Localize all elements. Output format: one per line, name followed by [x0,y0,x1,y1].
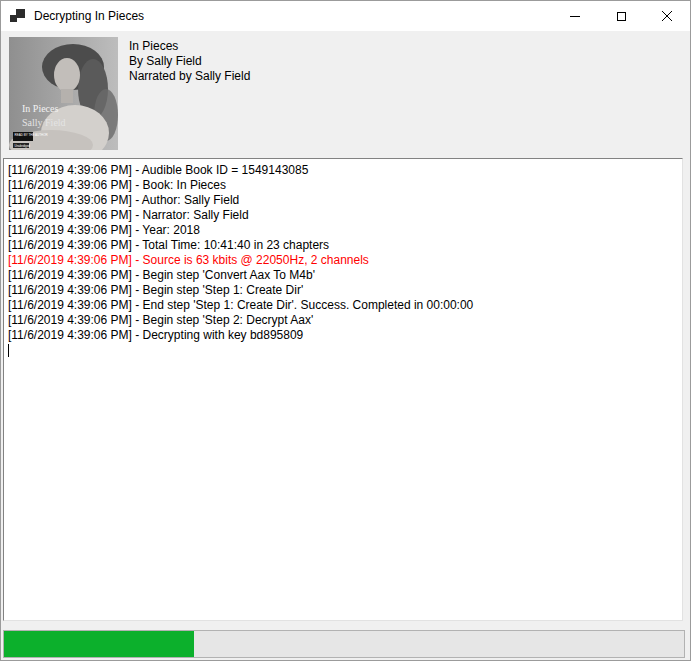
book-info-label: In PiecesBy Sally FieldNarrated by Sally… [129,39,250,84]
text-caret [8,344,9,357]
log-entry: [11/6/2019 4:39:06 PM] - Source is 63 kb… [8,253,679,268]
book-cover-image: In Pieces Sally Field READ BY THE AUTHOR… [9,37,118,150]
log-entry: [11/6/2019 4:39:06 PM] - End step 'Step … [8,298,679,313]
cover-title-text: In Pieces [22,103,58,114]
log-area[interactable]: [11/6/2019 4:39:06 PM] - Audible Book ID… [3,158,683,621]
app-icon-square-small [10,15,17,22]
book-info-line: By Sally Field [129,54,250,69]
log-entry: [11/6/2019 4:39:06 PM] - Total Time: 10:… [8,238,679,253]
log-caret-line [8,343,679,358]
log-entry: [11/6/2019 4:39:06 PM] - Book: In Pieces [8,178,679,193]
log-entry: [11/6/2019 4:39:06 PM] - Begin step 'Con… [8,268,679,283]
cover-badge-text: READ BY THE AUTHOR [15,133,49,137]
app-icon-square-large [16,9,25,18]
book-info-line: In Pieces [129,39,250,54]
window-title: Decrypting In Pieces [34,9,144,23]
cover-author-text: Sally Field [22,117,66,128]
maximize-button[interactable] [598,1,644,31]
minimize-icon [570,16,580,17]
book-info-line: Narrated by Sally Field [129,69,250,84]
title-bar[interactable]: Decrypting In Pieces [1,1,690,31]
app-icon [10,9,25,23]
log-entry: [11/6/2019 4:39:06 PM] - Year: 2018 [8,223,679,238]
progress-fill [4,631,194,657]
cover-edition-text: Unabridged [15,144,31,148]
maximize-icon [617,12,626,21]
log-entry: [11/6/2019 4:39:06 PM] - Audible Book ID… [8,163,679,178]
app-window: Decrypting In Pieces [0,0,691,661]
close-button[interactable] [644,1,690,31]
progress-bar [3,630,685,658]
log-entry: [11/6/2019 4:39:06 PM] - Begin step 'Ste… [8,283,679,298]
close-icon [662,11,672,21]
window-controls [552,1,690,31]
log-entry: [11/6/2019 4:39:06 PM] - Narrator: Sally… [8,208,679,223]
log-entry: [11/6/2019 4:39:06 PM] - Begin step 'Ste… [8,313,679,328]
book-cover-art: In Pieces Sally Field READ BY THE AUTHOR… [9,37,118,150]
log-entry: [11/6/2019 4:39:06 PM] - Decrypting with… [8,328,679,343]
log-entry: [11/6/2019 4:39:06 PM] - Author: Sally F… [8,193,679,208]
minimize-button[interactable] [552,1,598,31]
